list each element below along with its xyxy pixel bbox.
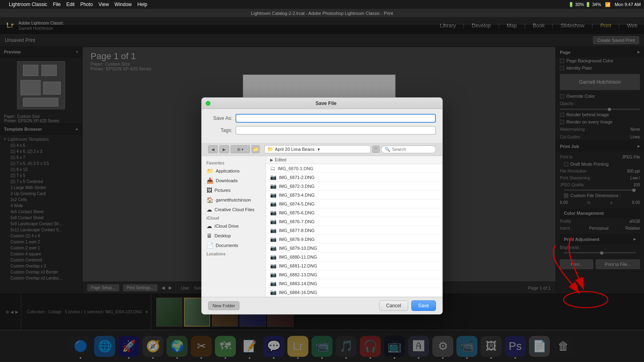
file-icon: 📷 bbox=[270, 280, 277, 286]
file-item[interactable]: 📷 IMG_6884-16.DNG bbox=[266, 288, 442, 297]
menu-bar: Lightroom Classic File Edit Photo View W… bbox=[0, 0, 644, 9]
dialog-overlay: Save File Save As: Tags: ◀ ▶ ⊞ ▾ 📁 📁 Apr… bbox=[0, 25, 644, 362]
cancel-button[interactable]: Cancel bbox=[379, 300, 408, 311]
file-name: IMG_6878-9.DNG bbox=[279, 237, 315, 242]
file-item[interactable]: 📷 IMG_6874-5.DNG bbox=[266, 200, 442, 208]
file-icon: 📷 bbox=[270, 236, 277, 242]
sidebar-applications[interactable]: 📁 Applications bbox=[202, 166, 266, 176]
sidebar-pictures[interactable]: 🖼 Pictures bbox=[202, 185, 266, 195]
menu-battery: 🔋 30% 🔋 34% bbox=[568, 2, 601, 7]
tags-field: Tags: bbox=[208, 126, 436, 135]
file-icon: 📷 bbox=[270, 210, 277, 216]
sidebar-desktop[interactable]: 🖥 Desktop bbox=[202, 231, 266, 241]
file-name: IMG_6884-16.DNG bbox=[279, 290, 317, 295]
file-item[interactable]: 📷 IMG_6881-12.DNG bbox=[266, 261, 442, 270]
file-list: ▶ Edited 🗂 IMG_6870-1.DNG 📷 IMG_6871-2.D… bbox=[266, 156, 442, 297]
file-icon: 📷 bbox=[270, 245, 277, 251]
file-name: IMG_6875-6.DNG bbox=[279, 210, 315, 215]
menu-left: Lightroom Classic File Edit Photo View W… bbox=[3, 2, 147, 7]
file-item[interactable]: 📷 IMG_6876-7.DNG bbox=[266, 217, 442, 226]
file-item[interactable]: 📷 IMG_6875-6.DNG bbox=[266, 208, 442, 217]
dialog-close-button[interactable] bbox=[206, 101, 211, 106]
folder-arrow-icon: ▶ bbox=[270, 158, 273, 162]
file-item[interactable]: 📷 IMG_6872-3.DNG bbox=[266, 182, 442, 191]
home-icon: 🏠 bbox=[206, 197, 213, 203]
file-item[interactable]: 📷 IMG_6878-9.DNG bbox=[266, 235, 442, 244]
sidebar-documents[interactable]: 📄 Documents bbox=[202, 241, 266, 250]
icloud-drive-icon: ☁ bbox=[206, 223, 212, 229]
sidebar-home[interactable]: 🏠 garnetthutchinson bbox=[202, 195, 266, 205]
dialog-title: Save File bbox=[214, 101, 438, 106]
dialog-content: Favorites 📁 Applications 📥 Downloads 🖼 P… bbox=[202, 156, 442, 297]
file-name: IMG_6872-3.DNG bbox=[279, 184, 315, 189]
file-item[interactable]: 📷 IMG_6871-2.DNG bbox=[266, 173, 442, 182]
creative-cloud-label: Creative Cloud Files bbox=[215, 207, 254, 212]
menu-wifi: 📶 bbox=[605, 2, 611, 7]
file-icon: 📷 bbox=[270, 263, 277, 269]
menu-view[interactable]: View bbox=[99, 2, 109, 7]
menu-window[interactable]: Window bbox=[115, 2, 132, 7]
file-icon: 📷 bbox=[270, 227, 277, 233]
file-name: IMG_6876-7.DNG bbox=[279, 219, 315, 224]
menu-file[interactable]: File bbox=[53, 2, 60, 7]
save-file-dialog: Save File Save As: Tags: ◀ ▶ ⊞ ▾ 📁 📁 Apr… bbox=[201, 97, 443, 315]
menu-right: 🔋 30% 🔋 34% 📶 Mon 9:47 AM bbox=[568, 2, 641, 7]
file-item[interactable]: 📷 IMG_6882-13.DNG bbox=[266, 270, 442, 279]
file-icon: 📷 bbox=[270, 183, 277, 189]
file-name: IMG_6874-5.DNG bbox=[279, 202, 315, 206]
view-button[interactable]: ⊞ ▾ bbox=[231, 145, 250, 153]
dialog-footer: New Folder Cancel Save bbox=[202, 297, 442, 314]
sidebar-creative-cloud[interactable]: ☁ Creative Cloud Files bbox=[202, 205, 266, 214]
file-item[interactable]: 📷 IMG_6873-4.DNG bbox=[266, 191, 442, 200]
folder-dropdown-icon[interactable]: ▾ bbox=[318, 147, 320, 152]
search-icon: 🔍 bbox=[385, 147, 390, 152]
file-name: IMG_6879-10.DNG bbox=[279, 246, 317, 251]
pictures-icon: 🖼 bbox=[206, 187, 212, 193]
desktop-icon: 🖥 bbox=[206, 232, 212, 239]
sidebar-icloud-drive[interactable]: ☁ iCloud Drive bbox=[202, 221, 266, 231]
new-folder-nav-button[interactable]: 📁 bbox=[252, 145, 260, 153]
save-as-input[interactable] bbox=[235, 114, 436, 123]
file-name: IMG_6882-13.DNG bbox=[279, 272, 317, 277]
file-list-header[interactable]: ▶ Edited bbox=[266, 156, 442, 164]
menu-photo[interactable]: Photo bbox=[80, 2, 93, 7]
file-name: IMG_6883-14.DNG bbox=[279, 281, 317, 286]
new-folder-button[interactable]: New Folder bbox=[208, 301, 239, 310]
file-icon: 🗂 bbox=[270, 165, 275, 171]
downloads-icon: 📥 bbox=[206, 177, 213, 184]
file-item[interactable]: 📷 IMG_6877-8.DNG bbox=[266, 226, 442, 235]
folder-selector[interactable]: 📁 April 20 Lima Beans ▾ bbox=[264, 145, 371, 153]
file-item[interactable]: 🗂 IMG_6870-1.DNG bbox=[266, 164, 442, 173]
save-as-label: Save As: bbox=[208, 115, 232, 121]
search-input[interactable] bbox=[392, 147, 432, 152]
documents-label: Documents bbox=[216, 243, 238, 248]
pictures-label: Pictures bbox=[215, 188, 231, 193]
dialog-body: Save As: Tags: bbox=[202, 109, 442, 143]
file-item[interactable]: 📷 IMG_6880-11.DNG bbox=[266, 253, 442, 261]
file-icon: 📷 bbox=[270, 272, 277, 278]
folder-icon: 📁 bbox=[267, 146, 273, 152]
save-as-field: Save As: bbox=[208, 114, 436, 123]
edited-folder-label: Edited bbox=[275, 158, 286, 162]
applications-icon: 📁 bbox=[206, 168, 213, 174]
window-title: Lightroom Catalog-2-2.lrcat - Adobe Phot… bbox=[251, 11, 393, 16]
file-icon: 📷 bbox=[270, 174, 277, 180]
forward-button[interactable]: ▶ bbox=[219, 145, 229, 153]
menu-edit[interactable]: Edit bbox=[66, 2, 75, 7]
menu-help[interactable]: Help bbox=[137, 2, 147, 7]
creative-cloud-icon: ☁ bbox=[206, 206, 212, 213]
file-item[interactable]: 📷 IMG_6879-10.DNG bbox=[266, 244, 442, 253]
sidebar-downloads[interactable]: 📥 Downloads bbox=[202, 176, 266, 185]
file-icon: 📷 bbox=[270, 254, 277, 260]
save-button[interactable]: Save bbox=[411, 300, 436, 311]
menu-lightroom[interactable]: Lightroom Classic bbox=[9, 2, 47, 7]
back-button[interactable]: ◀ bbox=[208, 145, 218, 153]
dialog-nav: ◀ ▶ ⊞ ▾ 📁 📁 April 20 Lima Beans ▾ ⌃ 🔍 bbox=[202, 143, 442, 156]
dialog-actions: Cancel Save bbox=[379, 300, 436, 311]
file-name: IMG_6877-8.DNG bbox=[279, 228, 315, 233]
tags-input[interactable] bbox=[235, 126, 436, 135]
file-item[interactable]: 📷 IMG_6883-14.DNG bbox=[266, 279, 442, 288]
file-icon: 📷 bbox=[270, 201, 277, 207]
expand-button[interactable]: ⌃ bbox=[372, 146, 380, 153]
documents-icon: 📄 bbox=[206, 242, 213, 249]
